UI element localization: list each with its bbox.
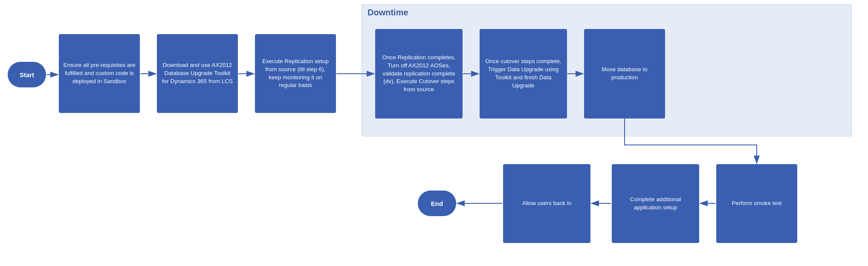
- step5-node: Once cutover steps complete, Trigger Dat…: [480, 29, 567, 119]
- step2-node: Download and use AX2012 Database Upgrade…: [157, 34, 238, 113]
- step8-node: Complete additional application setup: [612, 164, 699, 243]
- end-node: End: [418, 191, 456, 216]
- downtime-label: Downtime: [367, 8, 408, 17]
- step1-node: Ensure all pre-requisites are fulfilled …: [59, 34, 140, 113]
- step6-node: Move database to production: [584, 29, 665, 119]
- step7-node: Perform smoke test: [716, 164, 797, 243]
- step3-node: Execute Replication setup from source (t…: [255, 34, 336, 113]
- step4-node: Once Replication completes, Turn off AX2…: [375, 29, 463, 119]
- step9-node: Allow users back in: [503, 164, 590, 243]
- start-node: Start: [8, 62, 46, 87]
- diagram-container: Downtime Start Ensure all pre-requ: [0, 0, 868, 266]
